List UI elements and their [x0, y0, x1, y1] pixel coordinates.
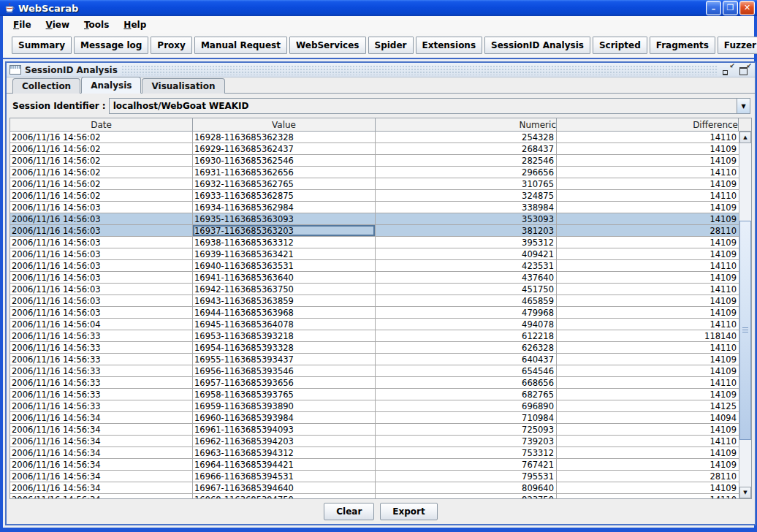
tab-analysis[interactable]: Analysis [81, 77, 141, 94]
cell-value[interactable]: 16962-1163685394203 [193, 436, 376, 447]
cell-numeric[interactable]: 809640 [376, 482, 557, 494]
cell-difference[interactable]: 14109 [557, 424, 739, 436]
table-row[interactable]: 2006/11/16 14:56:0316934-116368536298433… [10, 202, 739, 213]
cell-numeric[interactable]: 437640 [376, 272, 557, 284]
toolbar-summary-button[interactable]: Summary [12, 37, 72, 54]
cell-date[interactable]: 2006/11/16 14:56:02 [10, 190, 193, 202]
cell-value[interactable]: 16966-1163685394531 [193, 471, 376, 482]
cell-difference[interactable]: 14109 [557, 295, 739, 307]
cell-value[interactable]: 16957-1163685393656 [193, 377, 376, 389]
scroll-up-icon[interactable]: ▲ [739, 132, 751, 143]
cell-numeric[interactable]: 668656 [376, 377, 557, 389]
cell-difference[interactable]: 14109 [557, 307, 739, 319]
table-row[interactable]: 2006/11/16 14:56:0316941-116368536364043… [10, 272, 739, 284]
cell-value[interactable]: 16958-1163685393765 [193, 389, 376, 400]
cell-difference[interactable]: 118140 [557, 330, 739, 342]
cell-numeric[interactable]: 626328 [376, 342, 557, 354]
frame-iconify-button[interactable]: ↙ [722, 64, 735, 76]
cell-value[interactable]: 16960-1163685393984 [193, 412, 376, 424]
cell-numeric[interactable]: 640437 [376, 354, 557, 365]
table-row[interactable]: 2006/11/16 14:56:3416966-116368539453179… [10, 471, 739, 482]
table-row[interactable]: 2006/11/16 14:56:0316939-116368536342140… [10, 248, 739, 260]
cell-difference[interactable]: 14109 [557, 365, 739, 377]
cell-date[interactable]: 2006/11/16 14:56:33 [10, 330, 193, 342]
cell-difference[interactable]: 28110 [557, 225, 739, 237]
clear-button[interactable]: Clear [324, 503, 374, 520]
toolbar-spider-button[interactable]: Spider [368, 37, 414, 54]
cell-numeric[interactable]: 767421 [376, 459, 557, 471]
cell-date[interactable]: 2006/11/16 14:56:34 [10, 412, 193, 424]
cell-numeric[interactable]: 725093 [376, 424, 557, 436]
table-row[interactable]: 2006/11/16 14:56:3316954-116368539332862… [10, 342, 739, 354]
table-row[interactable]: 2006/11/16 14:56:3416964-116368539442176… [10, 459, 739, 471]
table-row[interactable]: 2006/11/16 14:56:3316955-116368539343764… [10, 354, 739, 365]
toolbar-sessionid-analysis-button[interactable]: SessionID Analysis [484, 37, 590, 54]
cell-value[interactable]: 16945-1163685364078 [193, 319, 376, 330]
cell-date[interactable]: 2006/11/16 14:56:03 [10, 307, 193, 319]
cell-date[interactable]: 2006/11/16 14:56:33 [10, 389, 193, 400]
cell-value[interactable]: 16968-1163685394750 [193, 494, 376, 498]
cell-value[interactable]: 16942-1163685363750 [193, 284, 376, 295]
cell-difference[interactable]: 14109 [557, 248, 739, 260]
cell-date[interactable]: 2006/11/16 14:56:03 [10, 284, 193, 295]
cell-numeric[interactable]: 795531 [376, 471, 557, 482]
table-row[interactable]: 2006/11/16 14:56:0316940-116368536353142… [10, 260, 739, 272]
cell-date[interactable]: 2006/11/16 14:56:03 [10, 260, 193, 272]
column-header-date[interactable]: Date [10, 118, 193, 132]
cell-value[interactable]: 16931-1163685362656 [193, 167, 376, 178]
table-row[interactable]: 2006/11/16 14:56:0416945-116368536407849… [10, 319, 739, 330]
cell-difference[interactable]: 14110 [557, 436, 739, 447]
tab-visualisation[interactable]: Visualisation [142, 78, 224, 94]
cell-value[interactable]: 16964-1163685394421 [193, 459, 376, 471]
cell-value[interactable]: 16935-1163685363093 [193, 213, 376, 225]
cell-difference[interactable]: 14109 [557, 178, 739, 190]
cell-numeric[interactable]: 409421 [376, 248, 557, 260]
cell-numeric[interactable]: 324875 [376, 190, 557, 202]
table-row[interactable]: 2006/11/16 14:56:0216933-116368536287532… [10, 190, 739, 202]
toolbar-scripted-button[interactable]: Scripted [593, 37, 647, 54]
cell-difference[interactable]: 14109 [557, 213, 739, 225]
cell-difference[interactable]: 14110 [557, 342, 739, 354]
cell-difference[interactable]: 14094 [557, 412, 739, 424]
table-row[interactable]: 2006/11/16 14:56:0216931-116368536265629… [10, 167, 739, 178]
toolbar-fragments-button[interactable]: Fragments [650, 37, 715, 54]
cell-value[interactable]: 16961-1163685394093 [193, 424, 376, 436]
cell-date[interactable]: 2006/11/16 14:56:34 [10, 424, 193, 436]
toolbar-proxy-button[interactable]: Proxy [151, 37, 192, 54]
toolbar-manual-request-button[interactable]: Manual Request [194, 37, 287, 54]
cell-numeric[interactable]: 739203 [376, 436, 557, 447]
cell-difference[interactable]: 14109 [557, 143, 739, 155]
tab-collection[interactable]: Collection [12, 78, 80, 94]
cell-difference[interactable]: 14110 [557, 319, 739, 330]
scrollbar-thumb[interactable] [739, 221, 751, 440]
maximize-button[interactable]: ❐ [723, 1, 738, 15]
cell-date[interactable]: 2006/11/16 14:56:02 [10, 132, 193, 143]
cell-difference[interactable]: 14109 [557, 389, 739, 400]
cell-difference[interactable]: 14110 [557, 132, 739, 143]
cell-value[interactable]: 16940-1163685363531 [193, 260, 376, 272]
cell-date[interactable]: 2006/11/16 14:56:03 [10, 225, 193, 237]
toolbar-message-log-button[interactable]: Message log [74, 37, 148, 54]
cell-date[interactable]: 2006/11/16 14:56:02 [10, 155, 193, 167]
chevron-down-icon[interactable]: ▼ [737, 99, 750, 113]
cell-numeric[interactable]: 823750 [376, 494, 557, 498]
cell-numeric[interactable]: 451750 [376, 284, 557, 295]
cell-date[interactable]: 2006/11/16 14:56:03 [10, 202, 193, 213]
cell-value[interactable]: 16954-1163685393328 [193, 342, 376, 354]
cell-numeric[interactable]: 282546 [376, 155, 557, 167]
cell-difference[interactable]: 14109 [557, 155, 739, 167]
cell-numeric[interactable]: 612218 [376, 330, 557, 342]
cell-numeric[interactable]: 479968 [376, 307, 557, 319]
cell-difference[interactable]: 14109 [557, 354, 739, 365]
cell-date[interactable]: 2006/11/16 14:56:03 [10, 272, 193, 284]
cell-date[interactable]: 2006/11/16 14:56:03 [10, 248, 193, 260]
cell-value[interactable]: 16934-1163685362984 [193, 202, 376, 213]
cell-difference[interactable]: 14109 [557, 459, 739, 471]
cell-date[interactable]: 2006/11/16 14:56:34 [10, 436, 193, 447]
table-row[interactable]: 2006/11/16 14:56:3316953-116368539321861… [10, 330, 739, 342]
cell-date[interactable]: 2006/11/16 14:56:33 [10, 342, 193, 354]
cell-value[interactable]: 16929-1163685362437 [193, 143, 376, 155]
cell-numeric[interactable]: 353093 [376, 213, 557, 225]
cell-date[interactable]: 2006/11/16 14:56:34 [10, 471, 193, 482]
title-bar[interactable]: WebScarab – ❐ ✕ [0, 0, 757, 16]
